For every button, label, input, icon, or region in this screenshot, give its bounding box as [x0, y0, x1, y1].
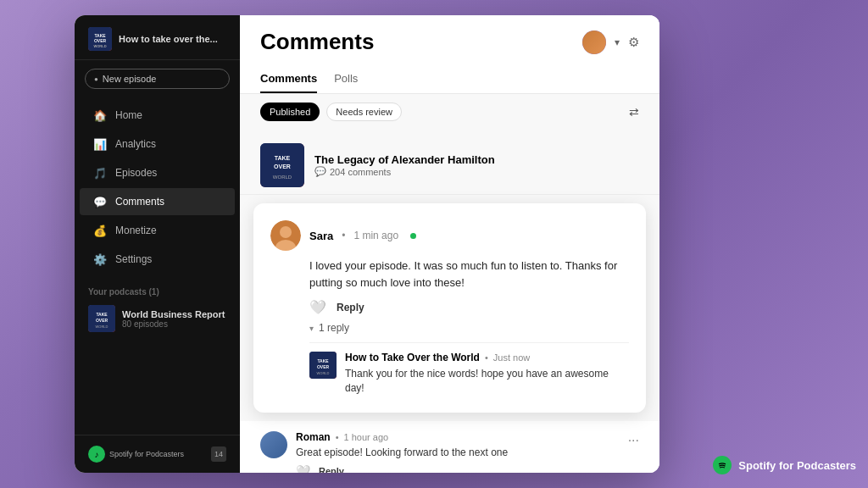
roman-avatar [260, 431, 287, 458]
sidebar-item-episodes[interactable]: 🎵 Episodes [80, 159, 235, 186]
page-title: Comments [260, 29, 374, 55]
podcast-art-1: TAKE OVER WORLD [260, 143, 304, 187]
roman-reply-button[interactable]: Reply [319, 466, 344, 473]
sidebar-item-settings[interactable]: ⚙️ Settings [80, 246, 235, 273]
roman-header: Roman • 1 hour ago [296, 431, 620, 443]
svg-text:WORLD: WORLD [317, 371, 330, 375]
header-right: ▾ ⚙ [582, 30, 639, 54]
svg-text:WORLD: WORLD [93, 44, 106, 48]
reply-content: How to Take Over the World • Just now Th… [345, 352, 629, 396]
spotify-circle-icon: ♪ [88, 446, 105, 463]
tabs: Comments Polls [260, 65, 639, 93]
svg-text:OVER: OVER [317, 364, 330, 369]
settings-icon: ⚙️ [93, 252, 107, 266]
podcast-section-1-comments: 💬 204 comments [314, 166, 495, 177]
sara-timestamp: 1 min ago [353, 230, 398, 241]
roman-actions: 🤍 Reply [296, 464, 620, 473]
svg-text:TAKE: TAKE [317, 358, 329, 363]
sidebar-podcast-title: How to take over the... [119, 34, 218, 44]
roman-comment-row: Roman • 1 hour ago Great episode! Lookin… [240, 421, 659, 473]
reply-section: TAKE OVER WORLD How to Take Over the Wor… [309, 342, 629, 396]
sidebar-bottom: ♪ Spotify for Podcasters 14 [75, 435, 240, 473]
filter-options-button[interactable]: ⇄ [629, 104, 639, 119]
episodes-icon: 🎵 [93, 166, 107, 180]
replies-toggle[interactable]: ▾ 1 reply [309, 322, 629, 334]
svg-text:TAKE: TAKE [275, 155, 291, 161]
sara-time: • [342, 230, 345, 241]
reply-time: Just now [493, 352, 530, 363]
sidebar-badge: 14 [211, 446, 226, 462]
spotify-wm-icon [713, 456, 732, 474]
podcast-info: World Business Report 80 episodes [122, 309, 226, 329]
sara-reply-button[interactable]: Reply [337, 302, 364, 313]
reply-author: How to Take Over the World [345, 352, 480, 363]
sidebar-item-monetize[interactable]: 💰 Monetize [80, 217, 235, 244]
roman-body: Roman • 1 hour ago Great episode! Lookin… [296, 431, 620, 473]
analytics-icon: 📊 [93, 137, 107, 151]
comments-icon: 💬 [93, 195, 107, 208]
chevron-down-icon[interactable]: ▾ [615, 36, 620, 48]
reply-podcast-thumb: TAKE OVER WORLD [309, 352, 337, 379]
comment-user-row: Sara • 1 min ago [270, 220, 629, 251]
filter-needs-review[interactable]: Needs review [326, 103, 402, 121]
your-podcasts-label: Your podcasts (1) [75, 277, 240, 300]
home-icon: 🏠 [93, 108, 107, 122]
svg-text:WORLD: WORLD [273, 175, 292, 180]
main-content: Comments ▾ ⚙ Comments Polls Published Ne… [240, 15, 659, 473]
main-header: Comments ▾ ⚙ Comments Polls [240, 15, 659, 94]
sidebar-podcast-art: TAKE OVER WORLD [88, 27, 112, 51]
sara-avatar [270, 220, 301, 251]
sidebar-item-comments[interactable]: 💬 Comments [80, 188, 235, 215]
sara-name: Sara [309, 230, 333, 242]
roman-more-options[interactable]: ··· [628, 433, 639, 448]
sara-online-indicator [410, 233, 416, 239]
replies-arrow-icon: ▾ [309, 324, 314, 333]
reply-item: TAKE OVER WORLD How to Take Over the Wor… [309, 352, 629, 396]
avatar-image [582, 30, 606, 54]
user-avatar[interactable] [582, 30, 606, 54]
podcast-section-1: TAKE OVER WORLD The Legacy of Alexander … [240, 130, 659, 195]
new-episode-button[interactable]: New episode [85, 69, 230, 89]
gear-icon[interactable]: ⚙ [628, 35, 639, 50]
spotify-logo: ♪ Spotify for Podcasters [88, 446, 184, 463]
sara-comment-text: I loved your episode. It was so much fun… [309, 258, 629, 291]
svg-text:TAKE: TAKE [96, 312, 108, 317]
podcast-section-1-info: The Legacy of Alexander Hamilton 💬 204 c… [314, 153, 495, 177]
expanded-comment-card: Sara • 1 min ago I loved your episode. I… [253, 203, 646, 413]
roman-time: 1 hour ago [344, 432, 389, 442]
sidebar-podcast-item[interactable]: TAKE OVER WORLD World Business Report 80… [75, 300, 240, 337]
filter-bar: Published Needs review ⇄ [240, 94, 659, 130]
filter-icon: ⇄ [629, 105, 639, 119]
reply-text: Thank you for the nice words! hope you h… [345, 367, 629, 396]
sidebar-nav: 🏠 Home 📊 Analytics 🎵 Episodes 💬 Comments… [75, 97, 240, 277]
tab-polls[interactable]: Polls [334, 65, 358, 93]
svg-text:OVER: OVER [94, 38, 107, 43]
spotify-watermark: Spotify for Podcasters [713, 456, 856, 474]
monetize-icon: 💰 [93, 224, 107, 237]
svg-text:OVER: OVER [274, 164, 291, 169]
sidebar-item-analytics[interactable]: 📊 Analytics [80, 130, 235, 158]
roman-name: Roman [296, 431, 331, 443]
sara-comment-actions: 🤍 Reply [309, 299, 629, 315]
sidebar-header: TAKE OVER WORLD How to take over the... [75, 15, 240, 60]
sidebar-item-home[interactable]: 🏠 Home [80, 102, 235, 129]
svg-text:OVER: OVER [96, 318, 108, 323]
podcast-thumbnail: TAKE OVER WORLD [88, 305, 115, 332]
filter-published[interactable]: Published [260, 103, 320, 121]
header-top: Comments ▾ ⚙ [260, 29, 639, 55]
podcast-section-1-title: The Legacy of Alexander Hamilton [314, 153, 495, 166]
comment-bubble-icon: 💬 [314, 166, 326, 177]
roman-like-button[interactable]: 🤍 [296, 464, 310, 473]
sara-like-button[interactable]: 🤍 [309, 299, 326, 315]
sidebar: TAKE OVER WORLD How to take over the... … [75, 15, 240, 473]
content-scroll: TAKE OVER WORLD The Legacy of Alexander … [240, 130, 659, 473]
roman-text: Great episode! Looking forward to the ne… [296, 446, 620, 460]
svg-text:WORLD: WORLD [96, 324, 108, 329]
tab-comments[interactable]: Comments [260, 65, 317, 93]
